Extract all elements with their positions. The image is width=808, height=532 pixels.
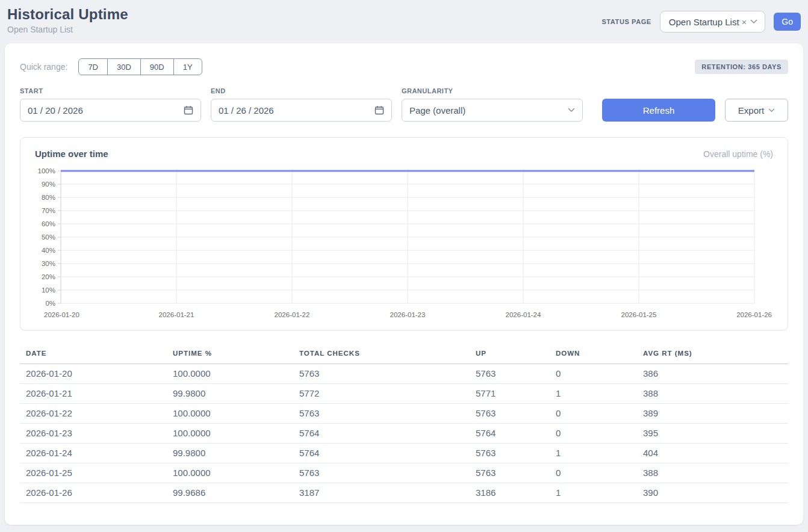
uptime-line-chart: 0%10%20%30%40%50%60%70%80%90%100%2026-01… (26, 166, 783, 324)
table-cell: 0 (550, 364, 637, 384)
calendar-icon[interactable] (184, 105, 193, 115)
column-header: DATE (20, 345, 167, 364)
end-date-value: 01 / 26 / 2026 (219, 105, 274, 116)
table-cell: 388 (637, 463, 788, 483)
x-axis-tick-label: 2026-01-21 (159, 311, 194, 318)
table-row: 2026-01-22100.0000576357630389 (20, 404, 788, 424)
chart-legend: Overall uptime (%) (703, 149, 773, 159)
y-axis-tick-label: 90% (42, 181, 55, 188)
table-cell: 5764 (293, 424, 470, 444)
x-axis-tick-label: 2026-01-26 (736, 311, 772, 318)
table-row: 2026-01-2199.9800577257711388 (20, 384, 788, 404)
table-cell: 2026-01-23 (20, 424, 167, 444)
granularity-select[interactable]: Page (overall) (402, 99, 583, 122)
table-cell: 2026-01-25 (20, 463, 167, 483)
uptime-table: DATEUPTIME %TOTAL CHECKSUPDOWNAVG RT (MS… (20, 345, 788, 503)
table-cell: 5763 (293, 404, 470, 424)
y-axis-tick-label: 10% (42, 286, 55, 294)
quick-range-7d[interactable]: 7D (78, 58, 108, 75)
table-cell: 5763 (293, 364, 470, 384)
status-page-select[interactable]: Open Startup List × (660, 11, 766, 32)
table-cell: 5764 (470, 424, 550, 444)
filter-form-row: START 01 / 20 / 2026 END 01 / 26 / 2026 … (20, 87, 788, 122)
quick-range-1y[interactable]: 1Y (173, 58, 202, 75)
table-row: 2026-01-2499.9800576457631404 (20, 444, 788, 463)
table-cell: 5763 (470, 404, 550, 424)
header-controls: STATUS PAGE Open Startup List × Go (601, 11, 801, 32)
y-axis-tick-label: 40% (42, 247, 55, 254)
retention-badge: RETENTION: 365 DAYS (695, 60, 788, 74)
y-axis-tick-label: 30% (42, 260, 55, 267)
calendar-icon[interactable] (374, 105, 384, 115)
table-cell: 2026-01-24 (20, 444, 167, 463)
x-axis-tick-label: 2026-01-24 (506, 311, 541, 318)
y-axis-tick-label: 70% (42, 207, 55, 214)
table-cell: 100.0000 (167, 463, 293, 483)
table-cell: 100.0000 (167, 424, 293, 444)
table-row: 2026-01-25100.0000576357630388 (20, 463, 788, 483)
chart-canvas: 0%10%20%30%40%50%60%70%80%90%100%2026-01… (26, 166, 783, 324)
y-axis-tick-label: 60% (42, 220, 55, 227)
table-cell: 3187 (293, 483, 470, 503)
x-axis-tick-label: 2026-01-20 (44, 311, 79, 318)
end-date-group: END 01 / 26 / 2026 (211, 87, 392, 122)
quick-range-group: 7D30D90D1Y (78, 58, 202, 75)
refresh-button[interactable]: Refresh (602, 99, 715, 122)
end-date-input[interactable]: 01 / 26 / 2026 (211, 99, 392, 122)
table-row: 2026-01-2699.9686318731861390 (20, 483, 788, 503)
y-axis-tick-label: 80% (42, 194, 55, 201)
main-panel: Quick range: 7D30D90D1Y RETENTION: 365 D… (5, 43, 803, 525)
page-subtitle: Open Startup List (7, 25, 128, 34)
clear-selection-icon[interactable]: × (742, 17, 747, 27)
table-row: 2026-01-23100.0000576457640395 (20, 424, 788, 444)
table-cell: 2026-01-22 (20, 404, 167, 424)
table-cell: 388 (637, 384, 788, 404)
table-cell: 0 (550, 404, 637, 424)
status-page-label: STATUS PAGE (601, 18, 651, 25)
table-cell: 395 (637, 424, 788, 444)
chevron-down-icon (568, 108, 575, 113)
granularity-selected-value: Page (overall) (409, 105, 465, 116)
granularity-group: GRANULARITY Page (overall) (402, 87, 583, 122)
column-header: UP (470, 345, 550, 364)
end-date-label: END (211, 87, 392, 94)
table-cell: 5764 (293, 444, 470, 463)
column-header: UPTIME % (167, 345, 293, 364)
column-header: AVG RT (MS) (637, 345, 788, 364)
chevron-down-icon (750, 19, 757, 24)
start-date-value: 01 / 20 / 2026 (28, 105, 83, 116)
start-date-input[interactable]: 01 / 20 / 2026 (20, 99, 201, 122)
page-header: Historical Uptime Open Startup List STAT… (0, 0, 808, 43)
go-button[interactable]: Go (774, 13, 801, 31)
chevron-down-icon (768, 108, 775, 113)
uptime-chart-card: Uptime over time Overall uptime (%) 0%10… (20, 137, 788, 330)
title-block: Historical Uptime Open Startup List (7, 6, 128, 34)
table-cell: 386 (637, 364, 788, 384)
quick-range-label: Quick range: (20, 62, 67, 72)
column-header: DOWN (550, 345, 637, 364)
quick-range-row: Quick range: 7D30D90D1Y RETENTION: 365 D… (20, 58, 788, 75)
chart-title: Uptime over time (35, 149, 108, 159)
table-cell: 2026-01-26 (20, 483, 167, 503)
granularity-label: GRANULARITY (402, 87, 583, 94)
table-cell: 100.0000 (167, 364, 293, 384)
export-button[interactable]: Export (725, 99, 788, 122)
quick-range-30d[interactable]: 30D (107, 58, 141, 75)
y-axis-tick-label: 0% (45, 300, 55, 307)
y-axis-tick-label: 50% (42, 234, 55, 241)
table-cell: 390 (637, 483, 788, 503)
y-axis-tick-label: 20% (42, 273, 55, 280)
table-cell: 2026-01-21 (20, 384, 167, 404)
table-cell: 5763 (470, 364, 550, 384)
table-cell: 5763 (470, 463, 550, 483)
quick-range-90d[interactable]: 90D (140, 58, 174, 75)
table-cell: 404 (637, 444, 788, 463)
table-cell: 1 (550, 483, 637, 503)
table-cell: 1 (550, 444, 637, 463)
table-cell: 99.9800 (167, 444, 293, 463)
table-cell: 99.9800 (167, 384, 293, 404)
y-axis-tick-label: 100% (38, 167, 55, 175)
table-cell: 1 (550, 384, 637, 404)
table-cell: 5772 (293, 384, 470, 404)
table-cell: 5763 (470, 444, 550, 463)
